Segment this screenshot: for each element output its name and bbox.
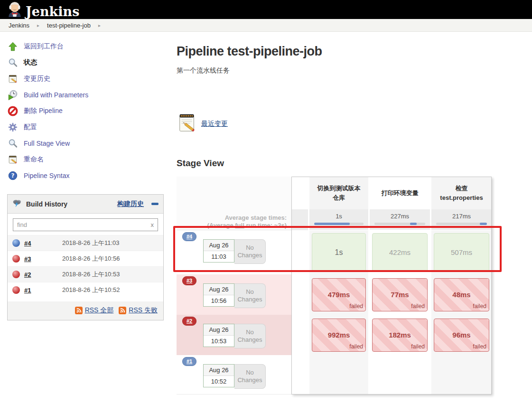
run-info-row: #1Aug 2610:52No Changes	[177, 355, 291, 394]
build-status-ball-red	[12, 271, 20, 278]
run-date-box[interactable]: Aug 2610:53	[203, 324, 234, 347]
stage-cell-slot: 1s	[308, 230, 368, 274]
sidebar-item-delete-pipeline[interactable]: 删除 Pipeline	[7, 103, 169, 119]
build-filter-input[interactable]	[13, 218, 158, 231]
average-stage-cell: 227ms	[368, 209, 430, 230]
run-date-box[interactable]: Aug 2610:56	[203, 283, 234, 307]
stage-cell[interactable]: 992msfailed	[312, 319, 366, 352]
clear-filter-icon[interactable]: x	[151, 221, 154, 228]
breadcrumb-item[interactable]: Jenkins	[9, 22, 29, 29]
jenkins-home-link[interactable]: Jenkins	[7, 0, 79, 19]
up-arrow-icon	[7, 41, 19, 52]
rss-all-link[interactable]: RSS 全部	[85, 306, 114, 315]
run-badge-link[interactable]: #3	[182, 276, 196, 285]
average-stage-cell: 217ms	[430, 209, 492, 230]
rss-icon	[75, 307, 83, 314]
recent-changes-link[interactable]: 最近变更	[201, 120, 228, 128]
stage-cell-status-label: failed	[411, 343, 425, 350]
stage-header-2: 打印环境变量	[368, 177, 430, 209]
build-history-title: Build History	[26, 200, 67, 208]
search-icon	[7, 57, 19, 68]
recent-changes: 最近变更	[177, 112, 527, 135]
stage-cell[interactable]: 1s	[312, 233, 366, 272]
stage-strip-column	[291, 177, 308, 209]
build-timestamp: 2018-8-26 上午10:53	[62, 270, 120, 279]
run-date-text: Aug 26	[204, 284, 234, 295]
stage-cell[interactable]: 422ms	[372, 233, 428, 272]
sidebar-item-back-to-dashboard[interactable]: 返回到工作台	[7, 38, 169, 55]
sidebar-item-label: 删除 Pipeline	[24, 107, 63, 115]
build-timestamp: 2018-8-26 上午10:52	[62, 286, 120, 294]
stage-cell[interactable]: 77msfailed	[372, 278, 428, 311]
stage-cell[interactable]: 182msfailed	[372, 319, 428, 352]
average-stage-cell: 1s	[308, 209, 368, 230]
run-time-text: 11:03	[204, 251, 234, 262]
run-badge-link[interactable]: #4	[182, 232, 196, 241]
build-history-trend-link[interactable]: 构建历史	[117, 200, 144, 208]
sidebar-item-label: 返回到工作台	[24, 42, 64, 51]
stage-cell-slot: 479msfailed	[308, 274, 368, 315]
stage-header-1: 切换到测试版本仓库	[308, 177, 368, 209]
stage-strip-column	[291, 274, 308, 315]
sidebar-item-rename[interactable]: 重命名	[7, 151, 169, 168]
note-prefix: (Average	[207, 222, 235, 229]
top-bar: Jenkins	[0, 0, 532, 19]
breadcrumb-item[interactable]: test-pipeline-job	[47, 22, 91, 29]
stage-view-title: Stage View	[177, 158, 527, 169]
build-number-link[interactable]: #3	[24, 255, 42, 263]
build-status-ball-red	[12, 286, 20, 294]
stage-cell-slot: 422ms	[368, 230, 430, 274]
sidebar-item-pipeline-syntax[interactable]: ?Pipeline Syntax	[7, 168, 169, 184]
stage-cell-status-label: failed	[349, 343, 363, 350]
build-history-row[interactable]: #42018-8-26 上午11:03	[8, 235, 163, 251]
build-history-row[interactable]: #12018-8-26 上午10:52	[8, 282, 163, 298]
rss-failures-link[interactable]: RSS 失败	[129, 306, 158, 315]
stage-cell[interactable]: 48msfailed	[434, 278, 489, 311]
build-number-link[interactable]: #1	[24, 287, 42, 294]
sidebar-item-full-stage-view[interactable]: Full Stage View	[7, 135, 169, 151]
run-date-box[interactable]: Aug 2611:03	[203, 239, 234, 263]
job-description: 第一个流水线任务	[177, 66, 527, 75]
run-badge-link[interactable]: #1	[182, 357, 196, 366]
breadcrumb-chevron-icon: ▸	[98, 23, 101, 28]
stage-cell[interactable]: 479msfailed	[312, 278, 366, 311]
run-date-box[interactable]: Aug 2610:52	[203, 364, 234, 387]
notepad-large-icon	[177, 112, 198, 135]
stage-strip-column	[291, 315, 308, 355]
stage-cell-slot	[430, 355, 492, 394]
sidebar-item-label: 配置	[24, 123, 37, 131]
stage-cell[interactable]: 96msfailed	[434, 319, 489, 352]
build-number-link[interactable]: #2	[24, 271, 42, 278]
collapse-icon[interactable]	[151, 203, 159, 205]
stage-view-grid: 切换到测试版本仓库打印环境变量检查 test.propertiesAverage…	[177, 177, 492, 394]
help-icon: ?	[7, 170, 19, 181]
sidebar-item-build-with-parameters[interactable]: Build with Parameters	[7, 87, 169, 103]
stage-cell-status-label: failed	[473, 303, 486, 310]
build-history-row[interactable]: #32018-8-26 上午10:56	[8, 251, 163, 266]
build-history-row[interactable]: #22018-8-26 上午10:53	[8, 266, 163, 282]
sidebar-item-label: Build with Parameters	[24, 91, 88, 99]
stage-cell-status-label: failed	[473, 343, 486, 350]
stage-time-bar	[314, 223, 364, 225]
run-changes-box: No Changes	[234, 283, 266, 308]
notepad-icon	[7, 154, 19, 165]
build-history-header: Build History 构建历史	[8, 195, 163, 214]
sidebar-item-changes[interactable]: 变更历史	[7, 71, 169, 87]
stage-cell-status-label: failed	[349, 303, 363, 310]
stage-cell-time: 422ms	[389, 248, 411, 256]
run-date-text: Aug 26	[204, 240, 234, 251]
side-menu: 返回到工作台状态变更历史Build with Parameters删除 Pipe…	[7, 38, 169, 184]
build-history-list: #42018-8-26 上午11:03#32018-8-26 上午10:56#2…	[8, 235, 163, 298]
stage-cell[interactable]: 507ms	[434, 233, 489, 272]
sidebar-item-configure[interactable]: 配置	[7, 119, 169, 135]
build-number-link[interactable]: #4	[24, 240, 42, 247]
full-run-link[interactable]: full	[235, 222, 244, 229]
stage-cell-slot: 48msfailed	[430, 274, 492, 315]
average-stage-times-label: Average stage times:(Average full run ti…	[177, 209, 291, 230]
stage-time-bar-fill	[314, 223, 350, 225]
svg-text:?: ?	[11, 172, 15, 179]
stage-header-3: 检查 test.properties	[430, 177, 492, 209]
stage-time-bar	[374, 223, 425, 225]
sidebar-item-status[interactable]: 状态	[7, 55, 169, 71]
run-badge-link[interactable]: #2	[182, 317, 196, 326]
